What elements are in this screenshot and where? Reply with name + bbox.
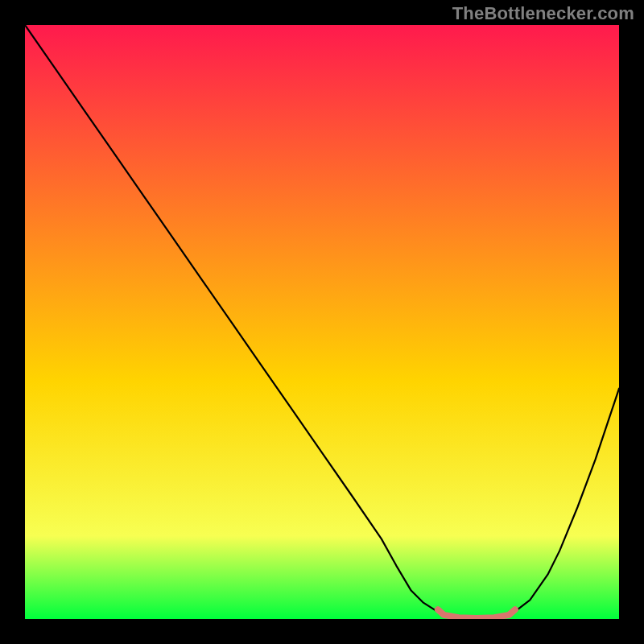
plot-area <box>25 25 619 619</box>
chart-frame: TheBottlenecker.com <box>0 0 644 644</box>
chart-svg <box>25 25 619 619</box>
watermark-text: TheBottlenecker.com <box>452 3 634 24</box>
gradient-background <box>25 25 619 619</box>
